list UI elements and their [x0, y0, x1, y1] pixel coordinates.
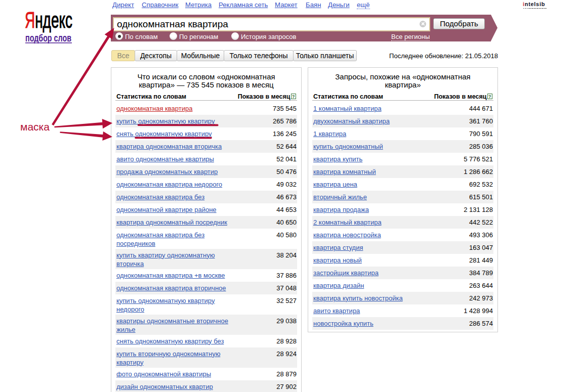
svg-text:подбор слов: подбор слов [25, 32, 71, 43]
svg-text:Яндекс: Яндекс [25, 9, 72, 32]
